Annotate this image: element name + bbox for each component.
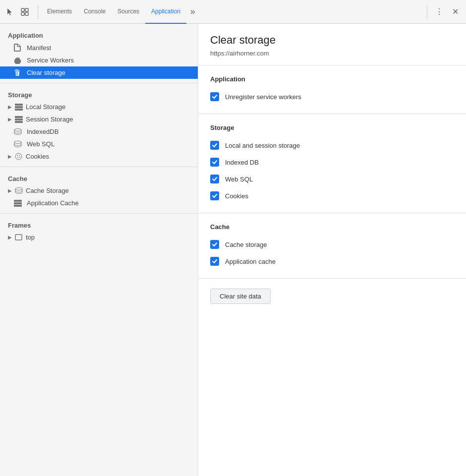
main-area: Application Manifest Service Workers: [0, 24, 466, 476]
close-devtools-button[interactable]: ✕: [448, 5, 462, 19]
session-storage-label: Session Storage: [26, 116, 73, 123]
checkbox-unregister-sw-label: Unregister service workers: [225, 93, 301, 101]
svg-point-17: [15, 187, 22, 190]
local-storage-label: Local Storage: [26, 103, 65, 111]
clear-storage-label: Clear storage: [27, 69, 65, 76]
sidebar-item-indexeddb[interactable]: IndexedDB: [0, 125, 198, 138]
sidebar-item-local-storage[interactable]: ▶ Local Storage: [0, 101, 198, 113]
panel-footer: Clear site data: [198, 279, 466, 314]
arrow-icon-3: ▶: [8, 154, 12, 159]
service-workers-label: Service Workers: [27, 57, 74, 64]
panel-section-storage: Storage Local and session storage Indexe…: [198, 114, 466, 213]
gear-icon: [14, 57, 23, 64]
svg-rect-7: [15, 116, 23, 118]
tab-application[interactable]: Application: [145, 0, 186, 24]
indexeddb-icon: [14, 128, 23, 135]
arrow-icon-2: ▶: [8, 117, 12, 122]
sidebar-item-clear-storage[interactable]: Clear storage: [0, 66, 198, 79]
svg-point-15: [17, 157, 18, 158]
application-cache-label: Application Cache: [27, 199, 79, 207]
sidebar-item-session-storage[interactable]: ▶ Session Storage: [0, 113, 198, 125]
svg-rect-20: [14, 205, 22, 207]
svg-rect-6: [15, 109, 23, 111]
sidebar-item-cache-storage[interactable]: ▶ Cache Storage: [0, 184, 198, 197]
svg-rect-5: [15, 106, 23, 108]
sidebar: Application Manifest Service Workers: [0, 24, 198, 476]
svg-point-10: [14, 128, 21, 131]
toolbar-divider: [38, 5, 38, 19]
toolbar-end-actions: ⋮ ✕: [424, 5, 462, 19]
checkbox-cookies-label: Cookies: [225, 192, 248, 200]
cache-storage-label: Cache Storage: [26, 187, 69, 194]
sidebar-item-top-frame[interactable]: ▶ top: [0, 231, 198, 243]
svg-rect-1: [25, 8, 28, 11]
clear-site-data-button[interactable]: Clear site data: [210, 289, 271, 304]
sidebar-section-storage: Storage: [0, 87, 198, 101]
arrow-icon-4: ▶: [8, 188, 12, 193]
sidebar-item-web-sql[interactable]: Web SQL: [0, 138, 198, 150]
more-tabs-button[interactable]: »: [186, 6, 199, 17]
svg-rect-4: [15, 104, 23, 106]
sidebar-item-cookies[interactable]: ▶ Cookies: [0, 150, 198, 163]
checkbox-unregister-service-workers[interactable]: Unregister service workers: [210, 90, 454, 104]
panel-section-application: Application Unregister service workers: [198, 65, 466, 114]
checkbox-local-session-label: Local and session storage: [225, 142, 300, 149]
sidebar-item-application-cache[interactable]: Application Cache: [0, 197, 198, 209]
checkbox-local-session-storage[interactable]: Local and session storage: [210, 138, 454, 152]
sidebar-divider-2: [0, 167, 198, 167]
checkbox-application-cache[interactable]: Application cache: [210, 254, 454, 268]
svg-point-12: [15, 153, 22, 160]
checkbox-cache-storage[interactable]: Cache storage: [210, 238, 454, 251]
checkbox-indexeddb-label: Indexed DB: [225, 159, 259, 166]
checkbox-cookies[interactable]: [210, 191, 219, 200]
toolbar-tabs: Elements Console Sources Application »: [41, 0, 424, 24]
panel-section-cache: Cache Cache storage Application cache: [198, 213, 466, 279]
sidebar-section-application: Application: [0, 28, 198, 41]
tab-console[interactable]: Console: [78, 0, 112, 24]
svg-point-14: [19, 155, 20, 156]
checkbox-application-cache-label: Application cache: [225, 258, 276, 265]
panel-url: https://airhorner.com: [210, 50, 454, 57]
svg-rect-18: [14, 200, 22, 202]
websql-icon: [14, 141, 23, 148]
trash-icon: [14, 69, 23, 76]
sidebar-section-frames: Frames: [0, 218, 198, 231]
svg-rect-0: [21, 8, 24, 11]
indexeddb-label: IndexedDB: [27, 128, 58, 135]
checkbox-app-cache[interactable]: [210, 257, 219, 266]
manifest-label: Manifest: [27, 44, 51, 52]
tab-elements[interactable]: Elements: [41, 0, 78, 24]
sidebar-divider-3: [0, 213, 198, 214]
svg-rect-2: [21, 12, 24, 15]
sidebar-item-manifest[interactable]: Manifest: [0, 41, 198, 54]
svg-rect-9: [15, 121, 23, 123]
panel-title: Clear storage: [210, 34, 454, 47]
checkbox-web-sql[interactable]: Web SQL: [210, 172, 454, 186]
sidebar-item-service-workers[interactable]: Service Workers: [0, 54, 198, 66]
checkbox-indexed-db[interactable]: Indexed DB: [210, 155, 454, 169]
more-options-button[interactable]: ⋮: [432, 5, 446, 19]
tab-sources[interactable]: Sources: [112, 0, 145, 24]
panel-section-storage-title: Storage: [210, 124, 454, 131]
checkbox-local-session[interactable]: [210, 141, 219, 150]
cursor-icon[interactable]: [4, 6, 16, 18]
cookie-icon: [15, 153, 24, 160]
checkbox-cookies[interactable]: Cookies: [210, 189, 454, 203]
inspect-icon[interactable]: [19, 6, 31, 18]
checkbox-indexeddb[interactable]: [210, 158, 219, 167]
frame-icon: [15, 234, 24, 240]
toolbar-divider-2: [427, 5, 427, 19]
checkbox-websql-label: Web SQL: [225, 176, 253, 183]
sidebar-divider-1: [0, 83, 198, 83]
svg-rect-8: [15, 119, 23, 120]
cookies-label: Cookies: [26, 153, 49, 160]
file-icon: [14, 44, 23, 52]
sidebar-section-cache: Cache: [0, 171, 198, 184]
checkbox-cache-storage[interactable]: [210, 240, 219, 249]
svg-point-11: [14, 141, 21, 143]
svg-rect-21: [15, 235, 22, 240]
arrow-icon: ▶: [8, 104, 12, 110]
devtools-toolbar: Elements Console Sources Application » ⋮…: [0, 0, 466, 24]
checkbox-unregister-sw[interactable]: [210, 92, 219, 101]
checkbox-websql[interactable]: [210, 175, 219, 183]
